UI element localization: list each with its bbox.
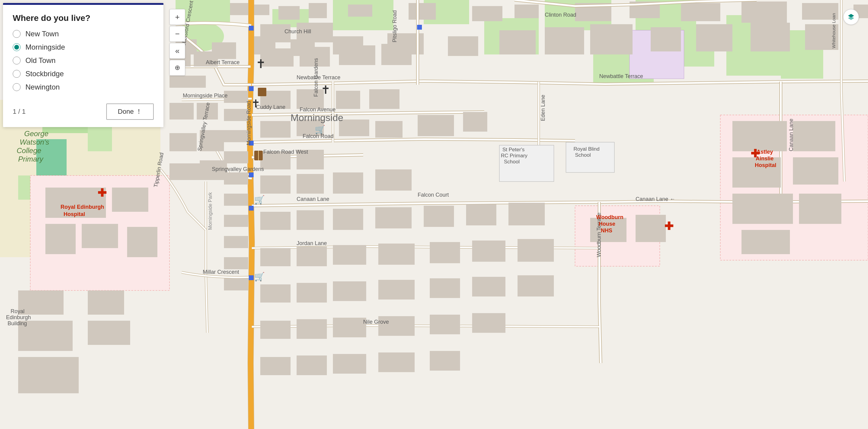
- svg-rect-76: [224, 109, 248, 121]
- svg-rect-136: [793, 157, 838, 185]
- svg-text:Royal Blind: Royal Blind: [574, 146, 599, 152]
- locate-button[interactable]: ⊕: [169, 60, 185, 76]
- svg-text:Millar Crescent: Millar Crescent: [203, 269, 239, 275]
- done-button[interactable]: Done ！: [106, 103, 154, 120]
- svg-rect-83: [224, 257, 248, 269]
- option-newington[interactable]: Newington: [13, 83, 154, 91]
- svg-rect-129: [112, 188, 148, 212]
- option-old-town[interactable]: Old Town: [13, 56, 154, 65]
- collapse-button[interactable]: «: [169, 43, 185, 59]
- svg-rect-101: [378, 243, 415, 265]
- svg-text:Falcon Gardens: Falcon Gardens: [313, 58, 319, 97]
- radio-newington[interactable]: [13, 83, 21, 91]
- svg-text:✚: ✚: [97, 187, 106, 199]
- map-controls: + − « ⊕: [169, 9, 185, 76]
- svg-rect-45: [169, 76, 206, 88]
- svg-rect-79: [224, 172, 248, 185]
- svg-rect-93: [333, 209, 363, 230]
- option-morningside[interactable]: Morningside: [13, 43, 154, 52]
- svg-rect-15: [230, 3, 248, 15]
- svg-rect-127: [88, 321, 130, 345]
- svg-text:School: School: [504, 159, 520, 165]
- svg-text:Clinton Road: Clinton Road: [545, 12, 576, 18]
- svg-rect-66: [590, 24, 632, 55]
- layers-button[interactable]: [843, 9, 859, 25]
- svg-rect-52: [339, 45, 375, 65]
- svg-text:Morningside: Morningside: [290, 112, 343, 123]
- svg-rect-58: [260, 121, 290, 138]
- svg-text:Edinburgh: Edinburgh: [6, 314, 31, 320]
- svg-rect-84: [224, 278, 248, 291]
- svg-rect-92: [297, 210, 324, 230]
- svg-rect-78: [224, 151, 248, 163]
- svg-rect-57: [369, 89, 400, 109]
- svg-rect-120: [333, 354, 366, 374]
- svg-rect-162: [258, 88, 266, 96]
- svg-rect-102: [430, 242, 460, 263]
- label-new-town: New Town: [25, 30, 59, 38]
- svg-text:Building: Building: [7, 320, 27, 326]
- svg-rect-62: [417, 115, 454, 136]
- layers-icon: [847, 13, 855, 21]
- svg-rect-122: [430, 351, 460, 371]
- svg-text:✝: ✝: [321, 84, 331, 96]
- zoom-out-button[interactable]: −: [169, 26, 185, 42]
- svg-text:Primary: Primary: [18, 155, 44, 163]
- option-new-town[interactable]: New Town: [13, 30, 154, 38]
- svg-rect-117: [472, 313, 505, 333]
- svg-rect-53: [381, 44, 412, 65]
- svg-rect-149: [249, 275, 254, 280]
- svg-rect-20: [409, 3, 436, 20]
- svg-rect-110: [472, 277, 505, 296]
- svg-text:House: House: [599, 221, 615, 227]
- svg-rect-104: [518, 239, 554, 262]
- svg-text:Canaan Lane: Canaan Lane: [788, 119, 794, 151]
- svg-text:School: School: [575, 152, 591, 158]
- zoom-in-button[interactable]: +: [169, 9, 185, 25]
- svg-rect-135: [733, 157, 781, 188]
- svg-text:Morningside Park: Morningside Park: [208, 192, 213, 230]
- svg-rect-61: [375, 121, 403, 138]
- svg-text:🛒: 🛒: [254, 272, 265, 282]
- svg-rect-108: [378, 280, 415, 299]
- svg-rect-97: [508, 203, 545, 225]
- svg-rect-96: [466, 204, 496, 225]
- svg-rect-35: [448, 36, 478, 56]
- radio-old-town[interactable]: [13, 57, 21, 64]
- svg-rect-73: [169, 163, 200, 180]
- svg-rect-90: [375, 169, 412, 191]
- svg-text:Morningside Place: Morningside Place: [183, 93, 227, 99]
- svg-rect-103: [472, 240, 505, 262]
- svg-rect-141: [636, 215, 666, 242]
- svg-text:George: George: [24, 130, 49, 138]
- svg-rect-130: [45, 224, 76, 254]
- svg-text:Falcon Court: Falcon Court: [417, 192, 449, 198]
- label-newington: Newington: [25, 83, 60, 91]
- svg-text:Watson's: Watson's: [20, 138, 49, 146]
- svg-rect-80: [224, 194, 248, 206]
- svg-text:Falcon Road: Falcon Road: [303, 133, 334, 139]
- svg-rect-88: [297, 174, 324, 194]
- svg-rect-119: [297, 356, 327, 375]
- svg-rect-144: [249, 26, 254, 31]
- svg-rect-64: [499, 30, 536, 55]
- survey-panel: Where do you live? New Town Morningside …: [3, 3, 163, 127]
- svg-rect-132: [127, 227, 157, 257]
- svg-rect-17: [278, 6, 300, 20]
- svg-rect-71: [169, 133, 197, 151]
- svg-rect-60: [339, 120, 369, 136]
- radio-new-town[interactable]: [13, 30, 21, 38]
- radio-morningside[interactable]: [13, 43, 21, 51]
- svg-text:Nile Grove: Nile Grove: [363, 319, 389, 325]
- svg-text:Church Hill: Church Hill: [284, 28, 311, 34]
- svg-rect-138: [799, 194, 841, 224]
- svg-text:Woodburn: Woodburn: [596, 214, 623, 220]
- svg-text:Canaan Lane: Canaan Lane: [297, 196, 329, 202]
- svg-text:Morningside Road: Morningside Road: [246, 101, 252, 145]
- svg-rect-131: [82, 224, 118, 248]
- radio-stockbridge[interactable]: [13, 70, 21, 78]
- svg-rect-19: [348, 4, 372, 16]
- svg-rect-25: [681, 3, 720, 21]
- svg-text:Royal: Royal: [10, 308, 25, 314]
- option-stockbridge[interactable]: Stockbridge: [13, 70, 154, 78]
